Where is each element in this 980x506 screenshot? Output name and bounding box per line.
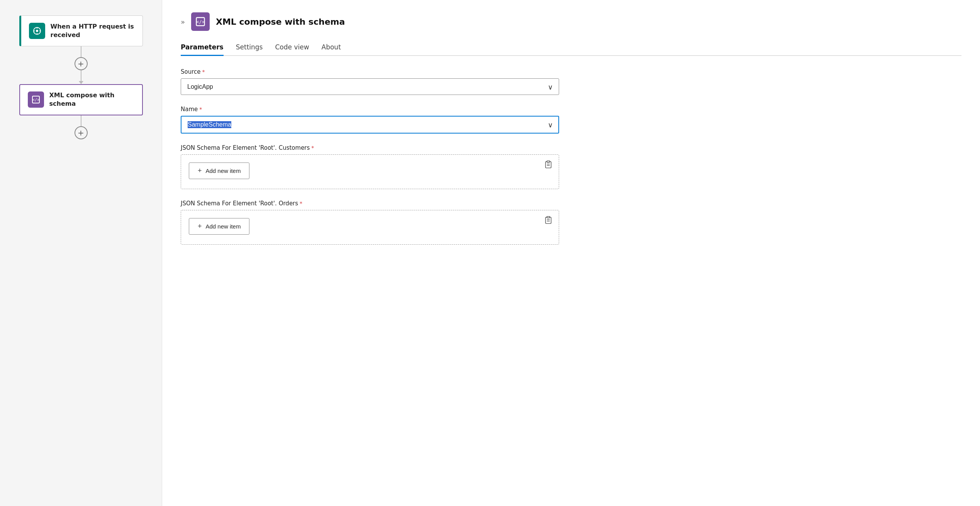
panel-title: XML compose with schema (216, 17, 345, 27)
customers-schema-label: JSON Schema For Element 'Root'. Customer… (181, 144, 559, 151)
action-node[interactable]: </> XML compose with schema (19, 84, 143, 115)
action-icon: </> (28, 91, 44, 108)
trigger-icon (29, 23, 45, 39)
panel-header: » </> XML compose with schema (181, 12, 961, 31)
name-input[interactable] (181, 116, 559, 134)
action-detail-panel: » </> XML compose with schema Parameters… (162, 0, 980, 506)
orders-schema-area: + Add new item (181, 210, 559, 245)
action-label: XML compose with schema (49, 91, 134, 108)
add-item-label-1: Add new item (206, 168, 241, 174)
name-required: * (199, 106, 202, 112)
plus-icon-1: + (198, 167, 202, 175)
add-item-button-orders[interactable]: + Add new item (189, 218, 249, 235)
panel-action-icon: </> (191, 12, 210, 31)
tab-code-view[interactable]: Code view (275, 43, 309, 56)
trigger-node[interactable]: When a HTTP request is received (19, 15, 143, 46)
svg-text:</>: </> (32, 98, 39, 102)
svg-rect-17 (547, 217, 549, 218)
orders-schema-label: JSON Schema For Element 'Root'. Orders * (181, 200, 559, 207)
source-field-group: Source * LogicApp ∨ (181, 68, 559, 95)
tab-about[interactable]: About (322, 43, 341, 56)
customers-schema-area: + Add new item (181, 154, 559, 189)
svg-point-1 (36, 30, 38, 32)
parameters-form: Source * LogicApp ∨ Name * ∨ (181, 68, 559, 245)
source-required: * (202, 69, 205, 75)
add-item-label-2: Add new item (206, 223, 241, 230)
workflow-canvas: When a HTTP request is received + </> XM… (0, 0, 162, 506)
orders-required: * (300, 200, 302, 206)
source-select-wrapper: LogicApp ∨ (181, 78, 559, 95)
tab-settings[interactable]: Settings (236, 43, 263, 56)
trigger-label: When a HTTP request is received (51, 22, 135, 40)
source-select[interactable]: LogicApp (181, 78, 559, 95)
source-label: Source * (181, 68, 559, 75)
orders-paste-icon[interactable] (544, 216, 553, 226)
orders-schema-group: JSON Schema For Element 'Root'. Orders *… (181, 200, 559, 245)
name-label: Name * (181, 106, 559, 113)
customers-required: * (311, 145, 314, 151)
connector-add-2: + (75, 115, 88, 139)
svg-text:</>: </> (196, 19, 204, 25)
tab-parameters[interactable]: Parameters (181, 43, 224, 56)
name-input-wrapper: ∨ (181, 116, 559, 134)
plus-icon-2: + (198, 222, 202, 230)
tab-bar: Parameters Settings Code view About (181, 43, 961, 56)
customers-schema-group: JSON Schema For Element 'Root'. Customer… (181, 144, 559, 189)
add-after-button[interactable]: + (75, 126, 88, 139)
connector-add-1: + (75, 46, 88, 84)
add-between-button-1[interactable]: + (75, 57, 88, 70)
breadcrumb-chevron: » (181, 18, 185, 26)
name-field-group: Name * ∨ (181, 106, 559, 134)
add-item-button-customers[interactable]: + Add new item (189, 162, 249, 179)
customers-paste-icon[interactable] (544, 160, 553, 171)
svg-rect-12 (547, 161, 549, 162)
